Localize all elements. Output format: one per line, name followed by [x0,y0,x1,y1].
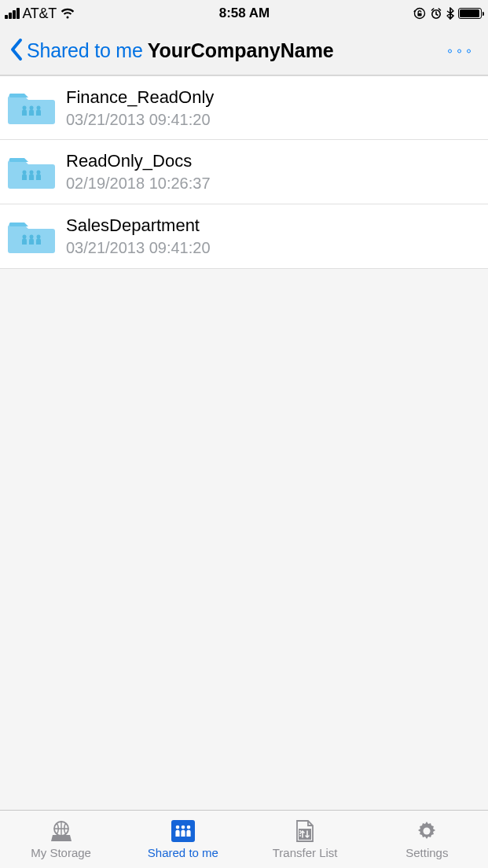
tab-label: Shared to me [148,846,218,859]
svg-point-11 [37,234,41,238]
alarm-icon [430,7,442,20]
svg-point-10 [30,234,34,238]
battery-icon [458,8,482,19]
folder-row[interactable]: ReadOnly_Docs 02/19/2018 10:26:37 [0,140,488,204]
status-left: AT&T [5,6,75,22]
tab-label: My Storage [31,846,91,859]
folder-name: SalesDepartment [66,215,211,236]
chevron-left-icon [9,38,24,64]
svg-point-14 [176,826,180,829]
tab-label: Transfer List [273,846,338,859]
gear-icon [413,819,440,843]
folder-name: Finance_ReadOnly [66,87,214,108]
orientation-lock-icon [413,7,426,20]
svg-point-4 [30,106,34,110]
back-button[interactable]: Shared to me [9,38,143,64]
svg-rect-17 [299,829,311,840]
dot-icon [457,49,461,53]
tab-settings[interactable]: Settings [366,811,488,868]
more-button[interactable] [448,49,471,53]
svg-point-3 [23,106,27,110]
shared-people-icon [170,819,196,843]
svg-point-9 [23,234,27,238]
shared-folder-icon [8,218,55,256]
page-title: YourCompanyName [148,39,334,62]
back-label: Shared to me [27,39,143,62]
status-right [413,7,482,20]
svg-point-6 [23,170,27,174]
folder-row[interactable]: Finance_ReadOnly 03/21/2013 09:41:20 [0,75,488,140]
svg-point-16 [187,826,191,829]
folder-row-text: SalesDepartment 03/21/2013 09:41:20 [66,215,211,257]
status-bar: AT&T 8:58 AM [0,0,488,27]
shared-folder-icon [8,153,55,191]
shared-folder-icon [8,89,55,127]
dot-icon [448,49,452,53]
svg-rect-1 [417,13,421,17]
folder-date: 03/21/2013 09:41:20 [66,239,211,257]
dot-icon [467,49,471,53]
content-spacer [0,269,488,810]
folder-list: Finance_ReadOnly 03/21/2013 09:41:20 Rea [0,75,488,269]
svg-point-8 [37,170,41,174]
svg-point-15 [182,826,185,829]
svg-point-5 [37,106,41,110]
tab-bar: My Storage Shared to me [0,810,488,868]
tab-shared-to-me[interactable]: Shared to me [122,811,244,868]
folder-row[interactable]: SalesDepartment 03/21/2013 09:41:20 [0,204,488,269]
transfer-list-icon [292,819,318,843]
folder-row-text: ReadOnly_Docs 02/19/2018 10:26:37 [66,151,211,193]
tab-transfer-list[interactable]: Transfer List [244,811,366,868]
tab-my-storage[interactable]: My Storage [0,811,122,868]
carrier-label: AT&T [23,6,57,22]
folder-row-text: Finance_ReadOnly 03/21/2013 09:41:20 [66,87,214,129]
tab-label: Settings [405,846,448,859]
globe-storage-icon [48,819,75,843]
bluetooth-icon [446,7,454,20]
screen: AT&T 8:58 AM Shared to me [0,0,488,868]
svg-point-7 [30,170,34,174]
signal-strength-icon [5,8,20,19]
status-time: 8:58 AM [219,6,270,21]
folder-name: ReadOnly_Docs [66,151,211,171]
nav-bar: Shared to me YourCompanyName [0,27,488,75]
svg-point-18 [424,828,431,835]
folder-date: 02/19/2018 10:26:37 [66,175,211,193]
folder-date: 03/21/2013 09:41:20 [66,111,214,129]
wifi-icon [60,8,75,20]
